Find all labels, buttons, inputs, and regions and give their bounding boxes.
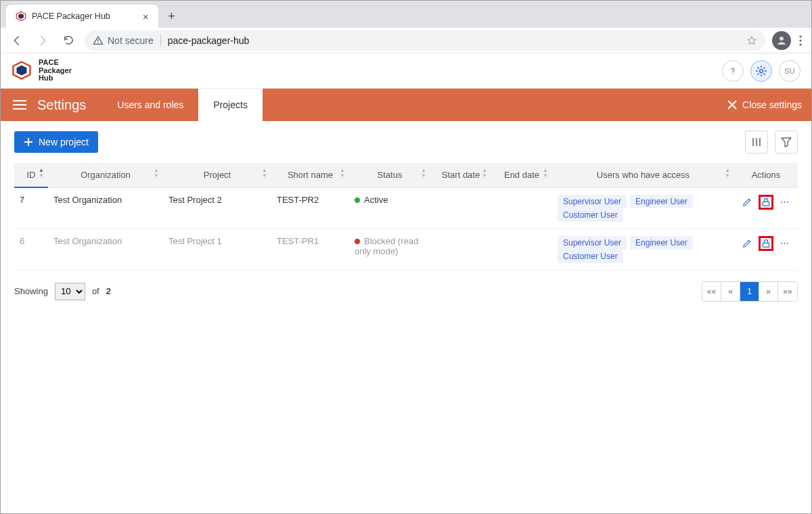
columns-button[interactable]	[745, 131, 768, 154]
address-bar[interactable]: Not secure pace-packager-hub	[85, 30, 765, 51]
cell-project: Test Project 1	[163, 229, 271, 270]
gear-icon	[755, 65, 767, 77]
cell-end	[491, 187, 552, 229]
new-project-button[interactable]: New project	[14, 131, 98, 153]
page-next[interactable]: »	[759, 282, 778, 301]
table-header: ID▲▼ Organization▲▼ Project▲▼ Short name…	[14, 163, 798, 187]
cell-actions: ⋯	[734, 187, 798, 229]
table-footer: Showing 10 of 2 «« « 1 » »»	[1, 271, 811, 312]
edit-button[interactable]	[740, 195, 754, 210]
cell-end	[491, 229, 552, 270]
showing-label: Showing	[14, 286, 48, 296]
brand[interactable]: PACEPackagerHub	[12, 59, 72, 83]
pager: «« « 1 » »»	[702, 281, 798, 302]
svg-point-15	[760, 69, 763, 72]
filter-icon	[781, 137, 792, 147]
col-users[interactable]: Users who have access▲▼	[552, 163, 734, 187]
col-id[interactable]: ID▲▼	[14, 163, 48, 187]
more-actions-button[interactable]: ⋯	[777, 195, 792, 210]
svg-rect-23	[763, 202, 769, 206]
browser-tab-title: PACE Packager Hub	[32, 11, 110, 21]
new-tab-button[interactable]: +	[162, 7, 181, 26]
help-button[interactable]	[722, 60, 744, 82]
close-settings-button[interactable]: Close settings	[727, 99, 802, 110]
col-actions: Actions	[734, 163, 798, 187]
settings-gear-button[interactable]	[750, 60, 772, 82]
security-label: Not secure	[108, 35, 154, 46]
lock-icon	[761, 197, 771, 208]
reload-button[interactable]	[59, 31, 78, 50]
forward-button[interactable]	[33, 31, 52, 50]
table-row[interactable]: 6Test OrganizationTest Project 1TEST-PR1…	[14, 229, 798, 270]
svg-point-7	[97, 42, 99, 43]
col-status[interactable]: Status▲▼	[349, 163, 430, 187]
close-icon	[727, 100, 737, 110]
col-project[interactable]: Project▲▼	[163, 163, 271, 187]
cell-shortname: TEST-PR1	[271, 229, 349, 270]
tab-projects[interactable]: Projects	[198, 89, 263, 121]
status-dot-icon	[355, 197, 360, 203]
more-actions-button[interactable]: ⋯	[777, 236, 792, 251]
favicon-icon	[16, 11, 26, 22]
cell-project: Test Project 2	[163, 187, 271, 229]
cell-shortname: TEST-PR2	[271, 187, 349, 229]
settings-title: Settings	[37, 97, 86, 113]
svg-marker-5	[18, 14, 24, 19]
page-last[interactable]: »»	[778, 282, 797, 301]
brand-logo-icon	[12, 60, 32, 80]
total-count: 2	[106, 286, 111, 296]
page-current[interactable]: 1	[740, 282, 759, 301]
cell-org: Test Organization	[48, 187, 163, 229]
kebab-menu-icon[interactable]	[799, 35, 802, 46]
page-first[interactable]: ««	[702, 282, 721, 301]
col-shortname[interactable]: Short name▲▼	[271, 163, 349, 187]
lock-button[interactable]	[759, 236, 773, 251]
user-pill[interactable]: Customer User	[558, 208, 623, 222]
bookmark-icon[interactable]	[746, 35, 757, 46]
svg-marker-13	[17, 66, 27, 76]
edit-button[interactable]	[740, 236, 754, 251]
tab-users-and-roles[interactable]: Users and roles	[102, 89, 198, 121]
svg-point-8	[780, 37, 784, 41]
table-row[interactable]: 7Test OrganizationTest Project 2TEST-PR2…	[14, 187, 798, 229]
security-warning: Not secure	[93, 35, 154, 46]
brand-text: PACEPackagerHub	[39, 59, 72, 83]
lock-button[interactable]	[759, 195, 773, 210]
cell-start	[430, 187, 491, 229]
user-pill[interactable]: Supervisor User	[558, 195, 627, 208]
back-button[interactable]	[7, 31, 26, 50]
close-icon[interactable]: ×	[143, 11, 149, 22]
sort-icon: ▲▼	[39, 168, 44, 178]
profile-icon[interactable]	[772, 31, 791, 50]
browser-tabstrip: PACE Packager Hub × +	[1, 1, 811, 28]
col-end-date[interactable]: End date▲▼	[491, 163, 552, 187]
projects-table: ID▲▼ Organization▲▼ Project▲▼ Short name…	[14, 163, 798, 271]
user-pill[interactable]: Supervisor User	[558, 236, 627, 250]
col-organization[interactable]: Organization▲▼	[48, 163, 163, 187]
col-start-date[interactable]: Start date▲▼	[430, 163, 491, 187]
page-prev[interactable]: «	[721, 282, 740, 301]
app-header: PACEPackagerHub SU	[1, 53, 811, 89]
user-pill[interactable]: Engineer User	[630, 195, 693, 208]
user-pill[interactable]: Engineer User	[630, 236, 693, 250]
new-project-label: New project	[39, 137, 89, 147]
user-pill[interactable]: Customer User	[558, 250, 623, 263]
user-avatar[interactable]: SU	[779, 60, 800, 82]
browser-tab[interactable]: PACE Packager Hub ×	[6, 5, 158, 28]
menu-icon[interactable]	[13, 100, 26, 110]
browser-toolbar: Not secure pace-packager-hub	[1, 28, 811, 53]
cell-start	[430, 229, 491, 270]
of-label: of	[92, 286, 99, 296]
filter-button[interactable]	[775, 131, 798, 154]
lock-icon	[761, 238, 771, 249]
svg-point-11	[799, 43, 801, 45]
url-text: pace-packager-hub	[168, 35, 250, 46]
settings-bar: Settings Users and roles Projects Close …	[1, 89, 811, 121]
toolbar: New project	[1, 121, 811, 163]
cell-org: Test Organization	[48, 229, 163, 270]
divider	[160, 34, 161, 47]
svg-rect-24	[763, 243, 769, 247]
cell-id: 6	[14, 229, 48, 270]
page-size-select[interactable]: 10	[55, 283, 85, 300]
cell-status: Blocked (read only mode)	[349, 229, 430, 270]
